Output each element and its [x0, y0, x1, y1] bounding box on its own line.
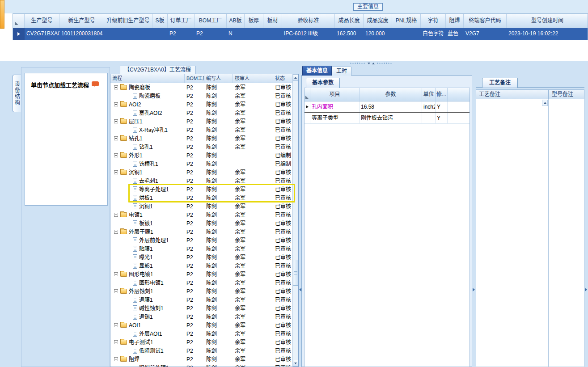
tree-expander-icon[interactable]: [114, 213, 118, 217]
process-notes-body[interactable]: [476, 99, 549, 367]
tree-expander-icon[interactable]: [114, 230, 118, 234]
collapsed-dock-strip[interactable]: [0, 0, 4, 29]
tree-row[interactable]: 去毛刺1P2陈剑余军已审核: [110, 177, 292, 185]
main-info-cell[interactable]: P2: [168, 28, 195, 40]
tree-row[interactable]: 铣槽孔1P2陈剑已编制: [110, 160, 292, 168]
param-value-cell[interactable]: 刚性板去钻污: [360, 113, 422, 123]
tree-expander-icon[interactable]: [114, 119, 118, 123]
main-info-column-header[interactable]: BOM工厂: [195, 14, 227, 28]
tree-vertical-scrollbar[interactable]: [292, 74, 298, 367]
main-info-cell[interactable]: [104, 28, 152, 40]
tree-expander-icon[interactable]: [114, 289, 118, 293]
param-column-header[interactable]: 项目: [310, 88, 360, 101]
main-info-cell[interactable]: CV2G71BXA0: [25, 28, 59, 40]
param-row[interactable]: 等离子类型刚性板去钻污Y: [305, 113, 470, 124]
main-info-column-header[interactable]: PNL规格: [392, 14, 421, 28]
tab-process-notes[interactable]: 工艺备注: [482, 78, 518, 88]
collapse-right-icon[interactable]: [585, 288, 587, 291]
tree-row[interactable]: 显影1P2陈剑余军已审核: [110, 262, 292, 270]
tree-row[interactable]: 外形1P2陈剑已编制: [110, 151, 292, 160]
main-info-column-header[interactable]: 成品宽度: [364, 14, 392, 28]
scroll-down-button[interactable]: [293, 360, 298, 367]
tree-row[interactable]: 图形电镀1P2陈剑余军已审核: [110, 270, 292, 278]
main-info-cell[interactable]: 白色字符: [421, 28, 446, 40]
tree-row[interactable]: 外层AOI1P2陈剑余军已审核: [110, 329, 292, 338]
tree-row[interactable]: 烘板1P2陈剑余军已审核: [110, 194, 292, 202]
main-info-cell[interactable]: N: [227, 28, 245, 40]
main-info-column-header[interactable]: 生产型号: [25, 14, 59, 28]
tab-equipment-structure[interactable]: 设备结构: [13, 75, 21, 112]
param-value-cell[interactable]: 16.58: [360, 101, 422, 112]
tree-row[interactable]: 沉铜1P2陈剑余军已审核: [110, 168, 292, 177]
tree-row[interactable]: 外层干膜1P2陈剑余军已审核: [110, 228, 292, 236]
tree-row[interactable]: 电镀1P2陈剑余军已审核: [110, 211, 292, 219]
tree-expander-icon[interactable]: [114, 170, 118, 174]
collapse-right-icon[interactable]: [473, 288, 475, 291]
tree-row[interactable]: 退锡1P2陈剑余军已审核: [110, 312, 292, 321]
tree-column-header[interactable]: 编写人: [204, 74, 233, 83]
model-notes-body[interactable]: [549, 99, 584, 367]
tree-expander-icon[interactable]: [114, 136, 118, 140]
main-info-cell[interactable]: [263, 28, 282, 40]
main-info-cell[interactable]: 162.500: [335, 28, 364, 40]
main-info-cell[interactable]: P2: [195, 28, 227, 40]
tree-row[interactable]: 贴膜1P2陈剑余军已审核: [110, 245, 292, 253]
tree-expander-icon[interactable]: [114, 153, 118, 157]
main-info-column-header[interactable]: 板厚: [245, 14, 263, 28]
param-column-header[interactable]: 修...: [436, 88, 448, 101]
vertical-splitter-right[interactable]: [584, 65, 588, 367]
tree-row[interactable]: 陶瓷磨板P2陈剑余军已审核: [110, 83, 292, 92]
tree-column-header[interactable]: 流程: [110, 74, 185, 83]
main-info-cell[interactable]: 10011200031804: [59, 28, 104, 40]
main-info-cell[interactable]: [245, 28, 263, 40]
main-info-column-header[interactable]: 成品长度: [335, 14, 364, 28]
tree-row[interactable]: X-Ray冲孔1P2陈剑余军已审核: [110, 126, 292, 134]
main-info-column-header[interactable]: 终端客户代码: [464, 14, 507, 28]
tab-work-hours[interactable]: 工时: [332, 67, 351, 76]
splitter-grip[interactable]: [344, 62, 398, 65]
tree-expander-icon[interactable]: [114, 340, 118, 344]
tab-basic-info[interactable]: 基本信息: [302, 66, 332, 76]
main-info-column-header[interactable]: 验收标准: [282, 14, 335, 28]
tree-column-header[interactable]: BOM工厂: [185, 74, 204, 83]
main-info-cell[interactable]: 120.000: [364, 28, 392, 40]
scrollbar-thumb[interactable]: [293, 260, 298, 286]
main-info-column-header[interactable]: 板材: [263, 14, 282, 28]
tree-expander-icon[interactable]: [114, 323, 118, 327]
tree-expander-icon[interactable]: [114, 357, 118, 361]
main-info-column-header[interactable]: 订单工厂: [168, 14, 195, 28]
tree-row[interactable]: 图形电镀1P2陈剑余军已审核: [110, 278, 292, 287]
main-info-column-header[interactable]: AB板: [227, 14, 245, 28]
tree-row[interactable]: 低阻测试1P2陈剑余军已审核: [110, 346, 292, 355]
main-info-column-header[interactable]: 字符: [421, 14, 446, 28]
tree-expander-icon[interactable]: [114, 272, 118, 276]
horizontal-splitter[interactable]: [0, 61, 588, 65]
collapse-down-icon[interactable]: [368, 63, 370, 64]
tree-row[interactable]: 碱性蚀刻1P2陈剑余军已审核: [110, 304, 292, 312]
main-info-cell[interactable]: [152, 28, 168, 40]
main-info-cell[interactable]: V2G7: [464, 28, 507, 40]
tree-row[interactable]: 等离子处理1P2陈剑余军已审核: [110, 185, 292, 194]
tree-row[interactable]: 板镀1P2陈剑余军已审核: [110, 219, 292, 228]
selector-header-cell[interactable]: [13, 14, 25, 28]
tree-row[interactable]: AOI1P2陈剑余军已审核: [110, 321, 292, 329]
main-info-column-header[interactable]: 升级前旧生产型号: [104, 14, 152, 28]
tree-row[interactable]: 阻焊前处理1P2陈剑余军已审核: [110, 363, 292, 367]
main-info-cell[interactable]: 2023-10-19 16:02:22: [507, 28, 588, 40]
tree-row[interactable]: 沉铜1P2陈剑余军已审核: [110, 202, 292, 211]
main-info-column-header[interactable]: 型号创建时间: [507, 14, 588, 28]
tree-row[interactable]: 外层前处理1P2陈剑余军已审核: [110, 236, 292, 245]
vertical-splitter-middle[interactable]: [472, 65, 475, 367]
tree-row[interactable]: 退膜1P2陈剑余军已审核: [110, 295, 292, 304]
param-row[interactable]: 孔内面积16.58inch2Y: [305, 101, 470, 113]
tree-column-header[interactable]: 状态: [273, 74, 293, 83]
main-info-selected-row[interactable]: CV2G71BXA010011200031804P2P2NIPC-6012 II…: [13, 28, 588, 40]
tree-row[interactable]: 钻孔1P2陈剑余军已审核: [110, 143, 292, 151]
main-info-column-header[interactable]: 新生产型号: [59, 14, 104, 28]
tree-row[interactable]: 塞孔AOI2P2陈剑余军已审核: [110, 109, 292, 117]
tab-basic-parameters[interactable]: 基本参数: [306, 78, 340, 88]
main-info-cell[interactable]: IPC-6012 III级: [282, 28, 335, 40]
tree-row[interactable]: 陶瓷磨板P2陈剑余军已审核: [110, 92, 292, 100]
tree-row[interactable]: 外层蚀刻1P2陈剑余军已审核: [110, 287, 292, 295]
tree-row[interactable]: 阻焊P2陈剑余军已审核: [110, 355, 292, 363]
